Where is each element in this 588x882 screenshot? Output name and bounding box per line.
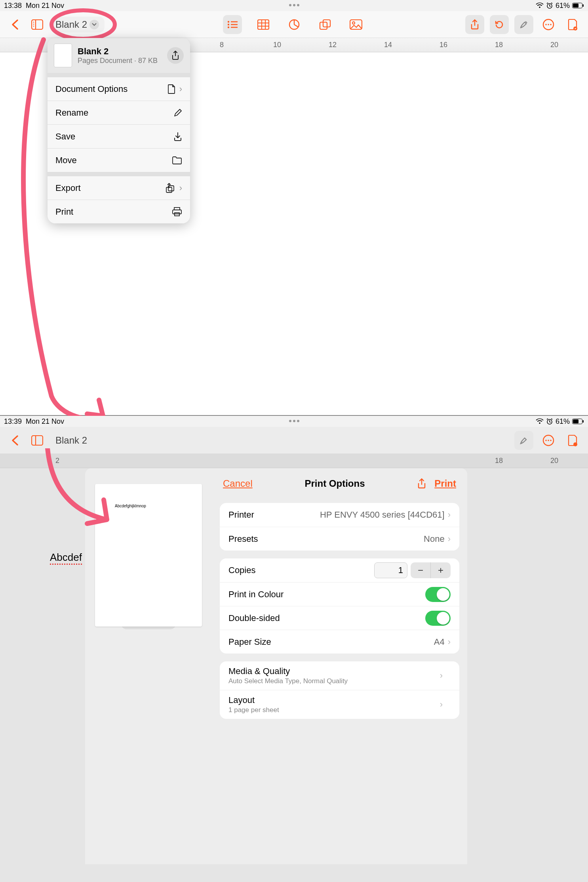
battery-icon bbox=[572, 3, 584, 8]
svg-point-6 bbox=[33, 21, 34, 22]
popover-subtitle: Pages Document · 87 KB bbox=[78, 57, 162, 65]
double-sided-toggle[interactable] bbox=[425, 611, 451, 626]
export-icon bbox=[165, 183, 175, 193]
ruler: 2 18 20 bbox=[0, 454, 588, 468]
svg-rect-33 bbox=[173, 210, 181, 214]
chevron-right-icon: › bbox=[448, 510, 451, 520]
menu-export[interactable]: Export › bbox=[48, 176, 190, 200]
sidebar-toggle-button[interactable] bbox=[28, 431, 47, 450]
wifi-icon bbox=[536, 418, 544, 425]
menu-document-options[interactable]: Document Options › bbox=[48, 77, 190, 101]
printer-row[interactable]: Printer HP ENVY 4500 series [44CD61] › bbox=[220, 503, 459, 527]
svg-point-26 bbox=[545, 24, 547, 25]
chevron-right-icon: › bbox=[440, 671, 443, 681]
cancel-button[interactable]: Cancel bbox=[223, 478, 253, 489]
format-brush-button[interactable] bbox=[514, 15, 533, 34]
svg-point-28 bbox=[550, 24, 552, 25]
status-bar: 13:38 Mon 21 Nov 61% bbox=[0, 0, 588, 11]
presets-row[interactable]: Presets None › bbox=[220, 527, 459, 551]
battery-icon bbox=[572, 419, 584, 424]
media-button[interactable] bbox=[346, 15, 365, 34]
printer-icon bbox=[172, 207, 182, 217]
multitask-dots[interactable] bbox=[283, 4, 306, 6]
more-button[interactable] bbox=[539, 431, 558, 450]
pencil-icon bbox=[173, 109, 182, 117]
menu-save[interactable]: Save bbox=[48, 124, 190, 148]
copies-input[interactable] bbox=[374, 562, 407, 578]
print-options-title: Print Options bbox=[305, 478, 365, 489]
document-title-label: Blank 2 bbox=[55, 19, 87, 30]
table-button[interactable] bbox=[254, 15, 273, 34]
page-thumbnail[interactable]: Abcdefghijklmnop bbox=[95, 484, 202, 627]
document-settings-button[interactable] bbox=[563, 15, 582, 34]
sidebar-toggle-button[interactable] bbox=[28, 15, 47, 34]
svg-rect-32 bbox=[174, 208, 180, 210]
more-button[interactable] bbox=[539, 15, 558, 34]
svg-point-44 bbox=[548, 440, 549, 441]
folder-icon bbox=[172, 156, 182, 164]
svg-point-43 bbox=[545, 440, 547, 441]
chevron-right-icon: › bbox=[179, 84, 182, 94]
svg-point-46 bbox=[573, 442, 577, 446]
double-sided-row: Double-sided bbox=[220, 606, 459, 630]
toolbar: Blank 2 bbox=[0, 427, 588, 454]
paper-size-row[interactable]: Paper Size A4 › bbox=[220, 630, 459, 653]
document-menu-popover: Blank 2 Pages Document · 87 KB Document … bbox=[48, 38, 190, 223]
copies-decrement-button[interactable]: − bbox=[411, 562, 430, 578]
list-view-button[interactable] bbox=[223, 15, 242, 34]
chevron-right-icon: › bbox=[448, 534, 451, 544]
share-icon[interactable] bbox=[417, 478, 426, 489]
toolbar: Blank 2 bbox=[0, 11, 588, 38]
svg-rect-34 bbox=[175, 213, 179, 216]
format-brush-button[interactable] bbox=[514, 431, 533, 450]
layout-row[interactable]: Layout 1 page per sheet › bbox=[220, 690, 459, 719]
undo-button[interactable] bbox=[490, 15, 509, 34]
print-options-panel: Cancel Print Options Print Printer HP EN… bbox=[212, 468, 467, 864]
svg-point-11 bbox=[227, 26, 229, 28]
svg-point-27 bbox=[548, 24, 549, 25]
print-colour-row: Print in Colour bbox=[220, 582, 459, 606]
status-date: Mon 21 Nov bbox=[26, 417, 64, 426]
svg-point-7 bbox=[33, 23, 34, 24]
menu-rename[interactable]: Rename bbox=[48, 101, 190, 124]
multitask-dots[interactable] bbox=[283, 420, 306, 422]
chevron-right-icon: › bbox=[440, 699, 443, 710]
popover-share-button[interactable] bbox=[167, 47, 184, 64]
document-body-text[interactable]: Abcdef bbox=[50, 551, 82, 565]
back-button[interactable] bbox=[6, 431, 25, 450]
svg-rect-38 bbox=[573, 419, 578, 423]
copies-row: Copies − + bbox=[220, 558, 459, 582]
alarm-icon bbox=[546, 418, 553, 425]
shapes-button[interactable] bbox=[316, 15, 335, 34]
svg-rect-2 bbox=[573, 4, 578, 8]
wifi-icon bbox=[536, 2, 544, 9]
document-thumbnail bbox=[54, 44, 72, 67]
status-bar: 13:39 Mon 21 Nov 61% bbox=[0, 416, 588, 427]
copies-increment-button[interactable]: + bbox=[431, 562, 451, 578]
chevron-down-icon bbox=[89, 20, 99, 29]
svg-point-24 bbox=[352, 22, 355, 24]
print-colour-toggle[interactable] bbox=[425, 587, 451, 602]
print-button[interactable]: Print bbox=[434, 478, 456, 489]
battery-percent: 61% bbox=[556, 417, 570, 426]
status-time: 13:39 bbox=[4, 417, 22, 426]
svg-point-9 bbox=[227, 21, 229, 22]
chart-button[interactable] bbox=[285, 15, 304, 34]
svg-rect-4 bbox=[32, 20, 43, 29]
status-time: 13:38 bbox=[4, 2, 22, 10]
document-icon bbox=[167, 84, 175, 94]
document-settings-button[interactable] bbox=[563, 431, 582, 450]
media-quality-row[interactable]: Media & Quality Auto Select Media Type, … bbox=[220, 661, 459, 690]
svg-point-45 bbox=[550, 440, 552, 441]
svg-point-8 bbox=[33, 25, 34, 26]
back-button[interactable] bbox=[6, 15, 25, 34]
menu-move[interactable]: Move bbox=[48, 148, 190, 172]
document-title-button[interactable]: Blank 2 bbox=[50, 17, 105, 32]
share-button[interactable] bbox=[465, 15, 484, 34]
document-title-button[interactable]: Blank 2 bbox=[50, 432, 93, 448]
print-preview-panel: Abcdefghijklmnop Page 1 of 1 bbox=[85, 468, 212, 864]
alarm-icon bbox=[546, 2, 553, 9]
popover-title: Blank 2 bbox=[78, 46, 162, 57]
menu-print[interactable]: Print bbox=[48, 200, 190, 223]
svg-rect-15 bbox=[258, 20, 269, 29]
